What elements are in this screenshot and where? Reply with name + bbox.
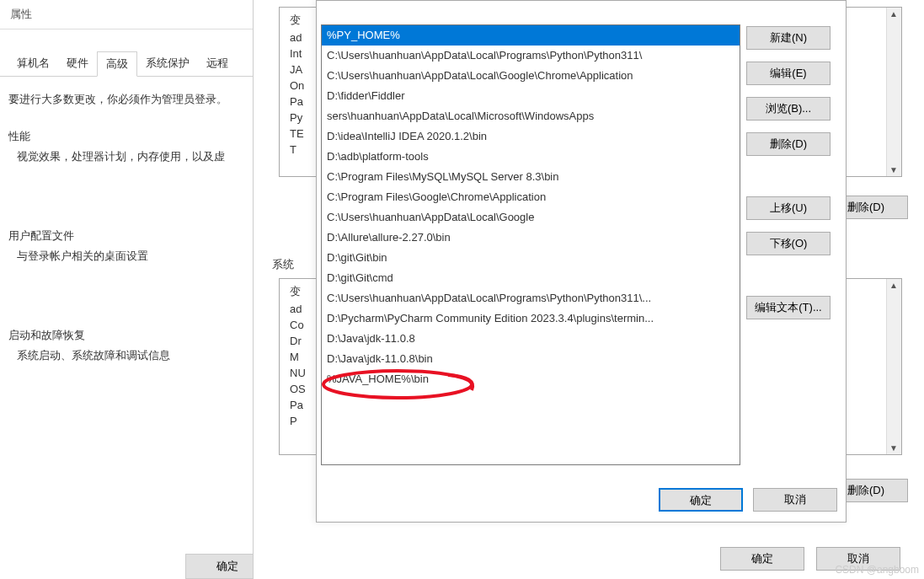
path-entry[interactable]: C:\Users\huanhuan\AppData\Local\Google (322, 207, 740, 228)
move-up-button[interactable]: 上移(U) (746, 196, 831, 220)
scrollbar[interactable] (886, 8, 901, 176)
path-entries-list[interactable]: %PY_HOME% C:\Users\huanhuan\AppData\Loca… (321, 24, 740, 465)
dialog-title: 属性 (0, 0, 272, 29)
system-properties-dialog: 属性 算机名 硬件 高级 系统保护 远程 要进行大多数更改，你必须作为管理员登录… (0, 0, 272, 579)
path-entry[interactable]: C:\Program Files\MySQL\MySQL Server 8.3\… (322, 167, 740, 187)
edit-buttons-column: 新建(N) 编辑(E) 浏览(B)... 删除(D) 上移(U) 下移(O) 编… (746, 26, 837, 319)
path-entry[interactable]: D:\Pycharm\PyCharm Community Edition 202… (322, 308, 740, 329)
path-entry[interactable]: sers\huanhuan\AppData\Local\Microsoft\Wi… (322, 106, 740, 126)
tab-advanced[interactable]: 高级 (97, 51, 137, 77)
admin-note: 要进行大多数更改，你必须作为管理员登录。 (0, 77, 272, 122)
watermark: CSDN @angboom (835, 564, 919, 576)
user-profile-title: 用户配置文件 (8, 228, 264, 244)
startup-desc: 系统启动、系统故障和调试信息 (8, 348, 264, 363)
edit-path-dialog: %PY_HOME% C:\Users\huanhuan\AppData\Loca… (316, 0, 847, 523)
path-entry[interactable]: C:\Users\huanhuan\AppData\Local\Programs… (322, 46, 740, 66)
delete-button[interactable]: 删除(D) (746, 132, 831, 156)
scrollbar[interactable] (886, 279, 901, 454)
path-entry[interactable]: D:\adb\platform-tools (322, 147, 740, 167)
tab-system-protection[interactable]: 系统保护 (137, 51, 198, 76)
performance-section: 性能 视觉效果，处理器计划，内存使用，以及虚 (8, 129, 264, 164)
edit-button[interactable]: 编辑(E) (746, 62, 831, 85)
system-variables-label: 系统 (272, 257, 294, 272)
path-entry[interactable]: D:\git\Git\bin (322, 248, 740, 268)
move-down-button[interactable]: 下移(O) (746, 232, 831, 255)
env-ok-button[interactable]: 确定 (720, 547, 804, 571)
user-profile-desc: 与登录帐户相关的桌面设置 (8, 249, 264, 264)
path-entry[interactable]: C:\Users\huanhuan\AppData\Local\Google\C… (322, 66, 740, 86)
path-entry[interactable]: C:\Users\huanhuan\AppData\Local\Programs… (322, 288, 740, 308)
tab-computer-name[interactable]: 算机名 (8, 51, 58, 76)
path-entry[interactable]: %JAVA_HOME%\bin (322, 369, 740, 389)
new-button[interactable]: 新建(N) (746, 26, 831, 50)
startup-title: 启动和故障恢复 (8, 328, 264, 343)
browse-button[interactable]: 浏览(B)... (746, 97, 831, 121)
startup-section: 启动和故障恢复 系统启动、系统故障和调试信息 (8, 328, 264, 363)
path-entry[interactable]: D:\Java\jdk-11.0.8 (322, 329, 740, 349)
tab-remote[interactable]: 远程 (198, 51, 237, 76)
tab-hardware[interactable]: 硬件 (58, 51, 97, 76)
performance-desc: 视觉效果，处理器计划，内存使用，以及虚 (8, 149, 264, 164)
path-entry[interactable]: D:\Java\jdk-11.0.8\bin (322, 349, 740, 369)
edit-cancel-button[interactable]: 取消 (753, 488, 837, 512)
path-entry[interactable]: D:\fidder\Fiddler (322, 86, 740, 106)
edit-ok-button[interactable]: 确定 (659, 488, 743, 512)
path-entry[interactable]: D:\git\Git\cmd (322, 268, 740, 288)
path-entry[interactable]: C:\Program Files\Google\Chrome\Applicati… (322, 187, 740, 207)
path-entry[interactable]: %PY_HOME% (322, 25, 740, 46)
user-profile-section: 用户配置文件 与登录帐户相关的桌面设置 (8, 228, 264, 264)
properties-tabs: 算机名 硬件 高级 系统保护 远程 (0, 51, 272, 77)
performance-title: 性能 (8, 129, 264, 144)
edit-text-button[interactable]: 编辑文本(T)... (746, 296, 831, 319)
path-entry[interactable]: D:\idea\IntelliJ IDEA 2020.1.2\bin (322, 126, 740, 147)
path-entry[interactable]: D:\Allure\allure-2.27.0\bin (322, 228, 740, 248)
